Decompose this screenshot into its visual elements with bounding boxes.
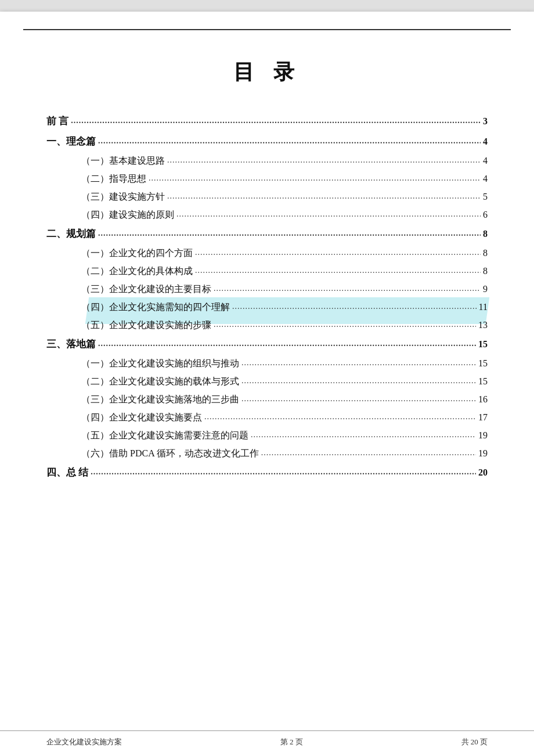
toc-dots <box>232 301 477 311</box>
toc-item: （二）指导思想4 <box>46 173 488 185</box>
toc-dots <box>204 411 476 422</box>
footer-document-name: 企业文化建设实施方案 <box>46 737 122 747</box>
toc-label: （一）企业文化建设实施的组织与推动 <box>81 358 239 370</box>
toc-label: （三）建设实施方针 <box>81 191 165 203</box>
toc-label: （二）企业文化建设实施的载体与形式 <box>81 376 239 388</box>
toc-page-number: 8 <box>483 266 488 276</box>
toc-dots <box>214 283 481 293</box>
document-page: 目 录 前 言3一、理念篇4（一）基本建设思路4（二）指导思想4（三）建设实施方… <box>0 12 534 756</box>
toc-page-number: 3 <box>483 116 488 127</box>
toc-page-number: 8 <box>483 229 488 239</box>
toc-item: （四）企业文化实施需知的四个理解11 <box>46 301 488 314</box>
toc-item: 前 言3 <box>46 114 488 128</box>
toc-dots <box>241 357 476 368</box>
toc-item: （五）企业文化建设实施需要注意的问题19 <box>46 430 488 442</box>
toc-item: 二、规划篇8 <box>46 227 488 240</box>
toc-label: （五）企业文化建设实施需要注意的问题 <box>81 430 248 442</box>
toc-page-number: 13 <box>478 320 488 330</box>
toc-page-number: 4 <box>483 136 488 147</box>
toc-dots <box>241 393 476 404</box>
toc-page-number: 16 <box>478 394 488 405</box>
toc-label: （三）企业文化建设的主要目标 <box>81 283 211 296</box>
toc-label: （五）企业文化建设实施的步骤 <box>81 319 211 332</box>
toc-page-number: 20 <box>478 467 488 478</box>
toc-label: （一）基本建设思路 <box>81 155 165 167</box>
top-border <box>23 29 511 30</box>
toc-label: （一）企业文化的四个方面 <box>81 247 193 260</box>
toc-item: 四、总 结20 <box>46 466 488 479</box>
toc-dots <box>176 208 481 219</box>
toc-label: （二）指导思想 <box>81 173 146 185</box>
toc-dots <box>195 265 481 275</box>
toc-label: （三）企业文化建设实施落地的三步曲 <box>81 394 239 406</box>
toc-dots <box>251 429 476 440</box>
toc-label: 四、总 结 <box>46 466 88 479</box>
toc-page-number: 4 <box>483 156 488 166</box>
toc-dots <box>167 190 481 201</box>
toc-dots <box>241 375 476 386</box>
toc-label: （四）企业文化实施需知的四个理解 <box>81 301 230 314</box>
toc-item: （三）建设实施方针5 <box>46 191 488 203</box>
toc-item: （四）企业文化建设实施要点17 <box>46 412 488 424</box>
toc-dots <box>98 227 481 239</box>
toc-dots <box>98 337 476 349</box>
page-title: 目 录 <box>46 58 488 87</box>
toc-label: （四）企业文化建设实施要点 <box>81 412 202 424</box>
toc-page-number: 19 <box>478 430 488 441</box>
toc-page-number: 15 <box>478 376 488 387</box>
toc-dots <box>195 247 481 257</box>
toc-page-number: 9 <box>483 284 488 294</box>
toc-item: （五）企业文化建设实施的步骤13 <box>46 319 488 332</box>
toc-dots <box>98 135 481 146</box>
toc-item: （二）企业文化建设实施的载体与形式15 <box>46 376 488 388</box>
toc-item: （一）企业文化的四个方面8 <box>46 247 488 260</box>
toc-dots <box>149 172 481 183</box>
toc-item: 一、理念篇4 <box>46 135 488 148</box>
toc-item: （三）企业文化建设实施落地的三步曲16 <box>46 394 488 406</box>
toc-dots <box>214 319 476 329</box>
toc-container: 前 言3一、理念篇4（一）基本建设思路4（二）指导思想4（三）建设实施方针5（四… <box>46 114 488 479</box>
toc-page-number: 6 <box>483 210 488 220</box>
toc-page-number: 5 <box>483 192 488 202</box>
toc-item: （一）企业文化建设实施的组织与推动15 <box>46 358 488 370</box>
toc-item: 三、落地篇15 <box>46 337 488 351</box>
toc-page-number: 11 <box>479 302 488 312</box>
toc-dots <box>91 466 476 477</box>
toc-label: （二）企业文化的具体构成 <box>81 265 193 278</box>
toc-page-number: 17 <box>478 412 488 423</box>
toc-label: （四）建设实施的原则 <box>81 209 174 221</box>
toc-label: 三、落地篇 <box>46 337 96 351</box>
toc-item: （四）建设实施的原则6 <box>46 209 488 221</box>
toc-label: （六）借助 PDCA 循环，动态改进文化工作 <box>81 448 259 460</box>
toc-page-number: 8 <box>483 248 488 258</box>
footer-page-number: 第 2 页 <box>280 737 303 747</box>
toc-label: 一、理念篇 <box>46 135 96 148</box>
toc-label: 二、规划篇 <box>46 227 96 240</box>
footer: 企业文化建设实施方案 第 2 页 共 20 页 <box>0 730 534 747</box>
toc-page-number: 15 <box>478 358 488 369</box>
toc-dots <box>167 154 481 165</box>
toc-item: （六）借助 PDCA 循环，动态改进文化工作19 <box>46 448 488 460</box>
toc-label: 前 言 <box>46 114 68 128</box>
toc-page-number: 19 <box>478 448 488 459</box>
footer-total-pages: 共 20 页 <box>461 737 488 747</box>
toc-page-number: 15 <box>478 339 488 350</box>
toc-page-number: 4 <box>483 174 488 184</box>
toc-dots <box>261 447 476 458</box>
toc-dots <box>71 114 481 126</box>
toc-item: （一）基本建设思路4 <box>46 155 488 167</box>
toc-item: （三）企业文化建设的主要目标9 <box>46 283 488 296</box>
toc-item: （二）企业文化的具体构成8 <box>46 265 488 278</box>
